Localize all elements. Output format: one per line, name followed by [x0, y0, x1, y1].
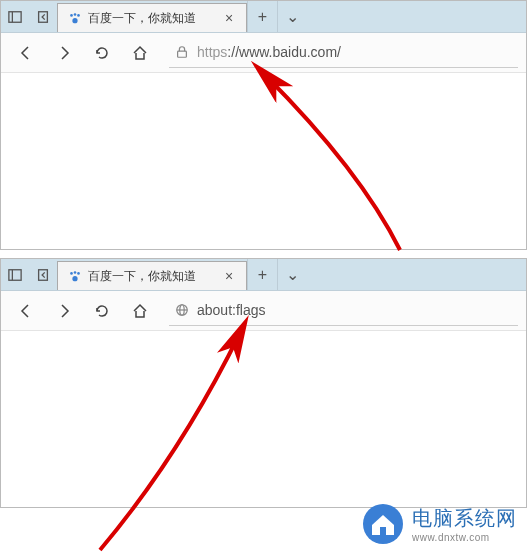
nav-toolbar: https://www.baidu.com/	[1, 33, 526, 73]
tab-title: 百度一下，你就知道	[88, 268, 216, 285]
svg-rect-0	[9, 11, 21, 22]
svg-point-12	[74, 271, 77, 274]
sidebar-toggle-icon[interactable]	[1, 259, 29, 290]
more-tabs-button[interactable]: ⌄	[277, 259, 307, 290]
tab-title: 百度一下，你就知道	[88, 10, 216, 27]
new-tab-button[interactable]: +	[247, 1, 277, 32]
address-bar[interactable]: about:flags	[169, 296, 518, 326]
browser-window-1: 百度一下，你就知道 × + ⌄ https://www.baidu.com/	[0, 0, 527, 250]
svg-rect-19	[380, 527, 386, 535]
address-bar[interactable]: https://www.baidu.com/	[169, 38, 518, 68]
refresh-button[interactable]	[85, 294, 119, 328]
address-text: about:flags	[197, 302, 266, 318]
active-tab[interactable]: 百度一下，你就知道 ×	[57, 3, 247, 32]
watermark-logo-icon	[362, 503, 404, 545]
svg-rect-7	[178, 51, 187, 57]
url-protocol: https	[197, 44, 227, 60]
svg-point-11	[70, 272, 73, 275]
svg-rect-8	[9, 269, 21, 280]
watermark-title: 电脑系统网	[412, 505, 517, 532]
svg-point-3	[70, 14, 73, 17]
forward-button[interactable]	[47, 294, 81, 328]
tab-strip: 百度一下，你就知道 × + ⌄	[1, 259, 526, 291]
new-tab-button[interactable]: +	[247, 259, 277, 290]
baidu-favicon-icon	[68, 269, 82, 283]
svg-point-4	[74, 13, 77, 16]
refresh-button[interactable]	[85, 36, 119, 70]
sidebar-toggle-icon[interactable]	[1, 1, 29, 32]
browser-window-2: 百度一下，你就知道 × + ⌄ about:flags	[0, 258, 527, 508]
lock-icon	[175, 45, 189, 59]
active-tab[interactable]: 百度一下，你就知道 ×	[57, 261, 247, 290]
watermark-text: 电脑系统网 www.dnxtw.com	[412, 505, 517, 543]
home-button[interactable]	[123, 36, 157, 70]
back-button[interactable]	[9, 294, 43, 328]
back-button[interactable]	[9, 36, 43, 70]
url-remainder: ://www.baidu.com/	[227, 44, 341, 60]
tab-close-button[interactable]: ×	[222, 269, 236, 283]
forward-button[interactable]	[47, 36, 81, 70]
svg-point-13	[77, 272, 80, 275]
home-button[interactable]	[123, 294, 157, 328]
set-aside-tabs-icon[interactable]	[29, 259, 57, 290]
baidu-favicon-icon	[68, 11, 82, 25]
globe-icon	[175, 303, 189, 317]
svg-point-14	[72, 276, 77, 281]
more-tabs-button[interactable]: ⌄	[277, 1, 307, 32]
address-text: https://www.baidu.com/	[197, 44, 341, 60]
svg-point-5	[77, 14, 80, 17]
tab-close-button[interactable]: ×	[222, 11, 236, 25]
nav-toolbar: about:flags	[1, 291, 526, 331]
set-aside-tabs-icon[interactable]	[29, 1, 57, 32]
svg-point-6	[72, 18, 77, 23]
watermark: 电脑系统网 www.dnxtw.com	[362, 503, 517, 545]
tab-strip: 百度一下，你就知道 × + ⌄	[1, 1, 526, 33]
watermark-subtitle: www.dnxtw.com	[412, 532, 517, 543]
